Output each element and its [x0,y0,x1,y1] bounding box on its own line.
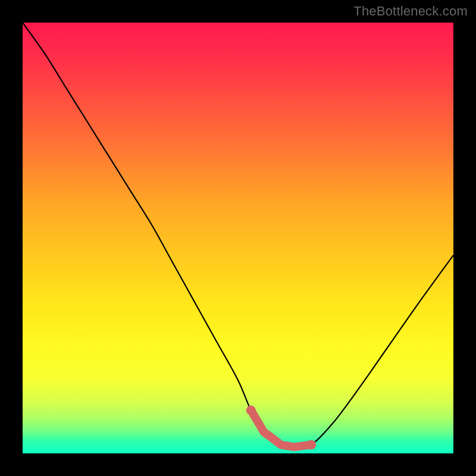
plot-area [23,23,453,453]
bottleneck-curve [23,23,453,447]
optimal-range-marker [251,411,311,447]
chart-frame: TheBottleneck.com [0,0,476,476]
optimal-range-end-right [306,440,316,450]
watermark-text: TheBottleneck.com [353,4,468,19]
optimal-range-end-left [246,406,256,415]
curve-layer [23,23,453,453]
